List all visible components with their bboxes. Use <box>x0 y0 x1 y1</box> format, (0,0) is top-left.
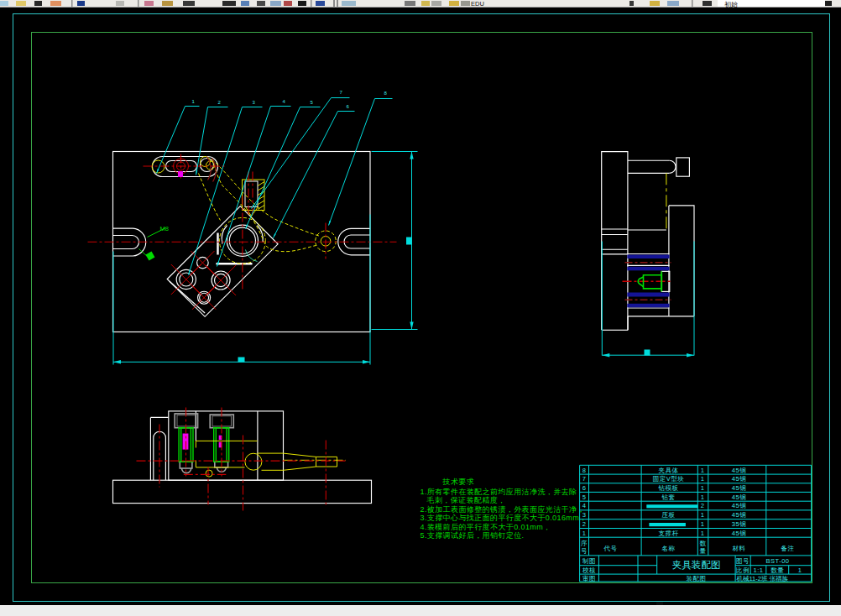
svg-text:1: 1 <box>701 530 705 537</box>
svg-text:压板: 压板 <box>662 511 676 519</box>
svg-text:数量: 数量 <box>770 566 784 574</box>
svg-text:3: 3 <box>582 511 587 519</box>
svg-text:1: 1 <box>701 475 705 483</box>
svg-text:M8: M8 <box>160 225 169 232</box>
svg-text:45钢: 45钢 <box>732 484 746 492</box>
svg-text:支撑杆: 支撑杆 <box>659 530 679 537</box>
svg-text:2.被加工表面修整的锈渍，外表面应光洁干净，: 2.被加工表面修整的锈渍，外表面应光洁干净， <box>420 505 585 514</box>
svg-text:3.支撑中心与找正面的平行度不大于0.016mm，: 3.支撑中心与找正面的平行度不大于0.016mm， <box>420 514 588 522</box>
svg-text:45钢: 45钢 <box>732 493 746 501</box>
svg-text:4.装模前后的平行度不大于0.01mm，: 4.装模前后的平行度不大于0.01mm， <box>420 523 551 531</box>
svg-text:1:1: 1:1 <box>754 566 764 574</box>
svg-text:钻套: 钻套 <box>661 493 676 501</box>
svg-text:1: 1 <box>701 520 705 528</box>
svg-text:量: 量 <box>700 547 707 555</box>
svg-text:5.支撑调试好后，用销钉定位.: 5.支撑调试好后，用销钉定位. <box>420 531 525 540</box>
svg-text:45钢: 45钢 <box>732 511 746 519</box>
svg-text:2: 2 <box>582 520 587 528</box>
svg-text:备注: 备注 <box>781 545 795 552</box>
svg-text:材料: 材料 <box>733 545 746 552</box>
svg-text:装配图: 装配图 <box>687 575 707 582</box>
svg-text:数: 数 <box>700 540 707 547</box>
svg-text:2: 2 <box>701 502 705 509</box>
svg-text:技术要求: 技术要求 <box>442 478 475 486</box>
svg-text:1: 1 <box>701 467 705 474</box>
svg-text:6: 6 <box>582 484 587 492</box>
svg-text:初始: 初始 <box>724 1 738 8</box>
svg-text:4: 4 <box>582 502 587 509</box>
svg-text:1.所有零件在装配之前均应用洁净洗，并去除: 1.所有零件在装配之前均应用洁净洗，并去除 <box>420 488 577 496</box>
svg-text:5: 5 <box>582 493 587 501</box>
svg-text:1: 1 <box>701 493 705 501</box>
svg-text:35钢: 35钢 <box>732 520 746 528</box>
svg-text:代号: 代号 <box>603 545 618 552</box>
svg-text:号: 号 <box>581 547 588 555</box>
svg-text:1: 1 <box>701 511 705 519</box>
svg-text:45钢: 45钢 <box>732 502 746 509</box>
svg-text:1: 1 <box>701 484 705 492</box>
svg-text:钻模板: 钻模板 <box>658 484 679 492</box>
svg-text:8: 8 <box>582 467 587 474</box>
svg-text:机械11-2班 张福族: 机械11-2班 张福族 <box>737 575 789 582</box>
svg-text:制图: 制图 <box>582 557 596 565</box>
svg-text:夹具装配图: 夹具装配图 <box>672 560 721 571</box>
svg-text:固定V型块: 固定V型块 <box>653 475 685 483</box>
svg-text:校核: 校核 <box>582 566 596 574</box>
svg-text:45钢: 45钢 <box>732 467 746 474</box>
svg-text:1: 1 <box>582 530 587 537</box>
svg-text:比例: 比例 <box>736 566 750 574</box>
svg-text:图号: 图号 <box>736 557 750 565</box>
svg-text:夹具体: 夹具体 <box>659 467 679 474</box>
svg-text:毛刺，保证装配精度，: 毛刺，保证装配精度， <box>426 496 506 504</box>
svg-text:审图: 审图 <box>582 575 596 582</box>
svg-text:7: 7 <box>582 475 587 483</box>
svg-text:1: 1 <box>798 566 802 574</box>
svg-text:BST-00: BST-00 <box>765 557 789 565</box>
svg-text:EDU: EDU <box>471 0 484 8</box>
svg-text:序: 序 <box>581 540 588 547</box>
svg-text:45钢: 45钢 <box>732 475 746 483</box>
svg-text:名称: 名称 <box>662 545 676 552</box>
svg-text:45钢: 45钢 <box>732 530 746 537</box>
